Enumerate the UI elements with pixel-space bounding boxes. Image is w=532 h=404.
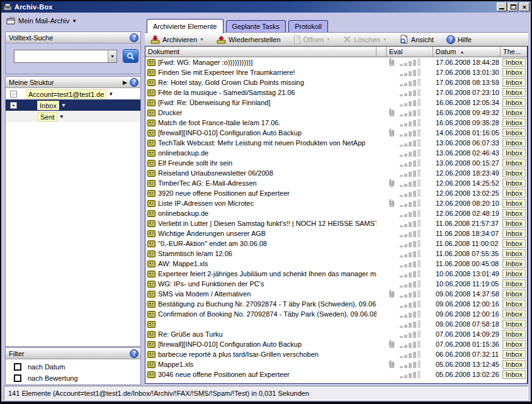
help-icon[interactable]: ? bbox=[130, 78, 139, 87]
maximize-button[interactable] bbox=[508, 3, 518, 11]
rating-bars-icon[interactable] bbox=[400, 109, 421, 116]
folder-badge[interactable]: Inbox bbox=[502, 58, 526, 67]
table-row[interactable]: Match de foot France-Italie le/am 17.06.… bbox=[145, 118, 527, 128]
folder-badge[interactable]: Inbox bbox=[502, 159, 526, 167]
folder-badge[interactable]: Inbox bbox=[502, 320, 526, 328]
rating-bars-icon[interactable] bbox=[400, 220, 421, 227]
rating-bars-icon[interactable] bbox=[400, 371, 421, 378]
rating-bars-icon[interactable] bbox=[400, 149, 421, 157]
expand-box-icon[interactable]: + bbox=[10, 102, 17, 109]
table-row[interactable]: [firewall][INFO-010] Configuration Auto … bbox=[145, 128, 527, 138]
hilfe-button[interactable]: ? Hilfe bbox=[443, 34, 475, 45]
table-row[interactable]: Elf Freunde sollt ihr sein 13.06.2008 00… bbox=[145, 158, 527, 168]
table-row[interactable]: onlinebackup.de 12.06.2008 02:48:19 Inbo… bbox=[145, 208, 527, 218]
rating-bars-icon[interactable] bbox=[400, 69, 421, 76]
tab-geplante-tasks[interactable]: Geplante Tasks bbox=[226, 20, 286, 33]
rating-bars-icon[interactable] bbox=[400, 129, 421, 137]
folder-badge[interactable]: Inbox bbox=[502, 108, 526, 117]
folder-badge[interactable]: Inbox bbox=[502, 179, 526, 188]
rating-bars-icon[interactable] bbox=[400, 230, 421, 237]
minimize-button[interactable] bbox=[497, 3, 507, 11]
folder-badge[interactable]: Inbox bbox=[502, 149, 526, 157]
rating-bars-icon[interactable] bbox=[400, 280, 421, 288]
checkbox-nach-datum[interactable] bbox=[14, 363, 21, 371]
table-row[interactable]: onlinebackup.de 13.06.2008 02:46:43 Inbo… bbox=[145, 148, 527, 158]
table-row[interactable]: 09.06.2008 07:58:18 Inbox bbox=[145, 319, 527, 329]
tree-node-sent[interactable]: Sent ▼ bbox=[6, 111, 140, 122]
table-row[interactable]: Drucker 16.06.2008 09:49:32 Inbox bbox=[145, 108, 527, 118]
rating-bars-icon[interactable] bbox=[400, 351, 421, 358]
folder-badge[interactable]: Inbox bbox=[502, 68, 526, 77]
help-icon[interactable]: ? bbox=[130, 349, 139, 358]
rating-bars-icon[interactable] bbox=[400, 159, 421, 167]
table-row[interactable]: Verliebt in Lutter | Diesen Samstag funk… bbox=[145, 218, 527, 228]
rating-bars-icon[interactable] bbox=[400, 310, 421, 318]
filter-option-date[interactable]: nach Datum bbox=[14, 361, 140, 373]
rating-bars-icon[interactable] bbox=[400, 260, 421, 267]
table-row[interactable]: [Fwd: WG: Manager :o))))))))))] 17.06.20… bbox=[145, 57, 527, 67]
folder-badge[interactable]: Inbox bbox=[502, 209, 526, 218]
rating-bars-icon[interactable] bbox=[400, 89, 421, 96]
column-header-datum[interactable]: Datum ▲ bbox=[433, 47, 501, 57]
close-button[interactable]: × bbox=[519, 3, 529, 11]
node-menu-arrow-icon[interactable]: ▼ bbox=[59, 114, 64, 120]
tree-node-inbox[interactable]: + Inbox ▼ bbox=[6, 99, 140, 111]
table-row[interactable]: Reiseland Urlaubsnewsletter 06/2008 12.0… bbox=[145, 168, 527, 178]
folder-badge[interactable]: Inbox bbox=[502, 370, 526, 379]
rating-bars-icon[interactable] bbox=[400, 270, 421, 278]
table-row[interactable]: Confirmation of Booking No. 27092874 - T… bbox=[145, 309, 527, 319]
folder-badge[interactable]: Inbox bbox=[502, 249, 526, 258]
filter-option-rating[interactable]: nach Bewertung bbox=[14, 373, 140, 384]
table-row[interactable]: WG: IPs- und Funktionen der PC's 10.06.2… bbox=[145, 279, 527, 289]
tree-node-label[interactable]: Account=test1@test1.de bbox=[26, 89, 106, 99]
column-header-eval[interactable]: Eval bbox=[387, 47, 433, 57]
column-header-dokument[interactable]: Dokument bbox=[145, 47, 376, 57]
help-icon[interactable]: ? bbox=[130, 33, 139, 42]
table-row[interactable]: Wichtige Änderungen unserer AGB 11.06.20… bbox=[145, 228, 527, 238]
rating-bars-icon[interactable] bbox=[400, 320, 421, 328]
folder-badge[interactable]: Inbox bbox=[502, 88, 526, 97]
folder-badge[interactable]: Inbox bbox=[502, 118, 526, 127]
table-row[interactable]: barbecue reporté à plus tard/Isar-Grille… bbox=[145, 349, 527, 359]
rating-bars-icon[interactable] bbox=[400, 179, 421, 187]
rating-bars-icon[interactable] bbox=[400, 59, 421, 66]
rating-bars-icon[interactable] bbox=[400, 189, 421, 197]
folder-badge[interactable]: Inbox bbox=[502, 360, 526, 369]
folder-badge[interactable]: Inbox bbox=[502, 340, 526, 349]
table-row[interactable]: "0,-EUR-Aktion" endet am 30.06.08 11.06.… bbox=[145, 238, 527, 249]
table-row[interactable]: Liste IP-Adressen von Microtec 12.06.200… bbox=[145, 198, 527, 208]
table-row[interactable]: TechTalk Webcast: Mehr Leistung mit neue… bbox=[145, 138, 527, 148]
rating-bars-icon[interactable] bbox=[400, 340, 421, 348]
table-row[interactable]: TimberTec AG: E-Mail-Adressen 12.06.2008… bbox=[145, 178, 527, 188]
ansicht-button[interactable]: Ansicht bbox=[397, 33, 437, 45]
folder-badge[interactable]: Inbox bbox=[502, 310, 526, 318]
table-row[interactable]: Mappe1.xls 05.06.2008 13:12:45 Inbox bbox=[145, 359, 527, 369]
folder-badge[interactable]: Inbox bbox=[502, 199, 526, 208]
folder-badge[interactable]: Inbox bbox=[502, 350, 526, 359]
table-row[interactable]: 3920 neue offene Positionen auf Expertee… bbox=[145, 188, 527, 198]
rating-bars-icon[interactable] bbox=[400, 330, 421, 338]
expand-panel-icon[interactable]: ▶ bbox=[123, 79, 127, 86]
folder-badge[interactable]: Inbox bbox=[502, 219, 526, 228]
rating-bars-icon[interactable] bbox=[400, 361, 421, 368]
rating-bars-icon[interactable] bbox=[400, 79, 421, 86]
table-row[interactable]: Re: Grüße aus Turku 07.06.2008 14:09:29 … bbox=[145, 329, 527, 339]
column-header-attachment[interactable] bbox=[376, 47, 387, 57]
folder-badge[interactable]: Inbox bbox=[502, 128, 526, 137]
tree-node-label[interactable]: Sent bbox=[38, 112, 57, 121]
search-dropdown-button[interactable]: ▼ bbox=[108, 50, 116, 62]
folder-badge[interactable]: Inbox bbox=[502, 98, 526, 107]
table-row[interactable]: SMS via Modem / Alternativen 09.06.2008 … bbox=[145, 289, 527, 299]
loeschen-button[interactable]: Löschen ▼ bbox=[340, 34, 390, 45]
table-row[interactable]: 3046 neue offene Positionen auf Expertee… bbox=[145, 369, 527, 379]
search-input[interactable] bbox=[14, 50, 108, 62]
table-row[interactable]: Fête de la musique - Samedi/Samstag 21.0… bbox=[145, 87, 527, 98]
rating-bars-icon[interactable] bbox=[400, 300, 421, 308]
archivieren-button[interactable]: Archivieren ▼ bbox=[147, 34, 207, 45]
folder-badge[interactable]: Inbox bbox=[502, 289, 526, 298]
tab-archivierte-elemente[interactable]: Archivierte Elemente bbox=[147, 19, 224, 33]
column-header-thema[interactable]: The... bbox=[501, 47, 527, 57]
table-row[interactable]: [Fwd: Re: Überweisung für Finnland] 16.0… bbox=[145, 98, 527, 108]
rating-bars-icon[interactable] bbox=[400, 290, 421, 298]
table-row[interactable]: Finden Sie mit Experteer Ihre Traumkarri… bbox=[145, 67, 527, 77]
